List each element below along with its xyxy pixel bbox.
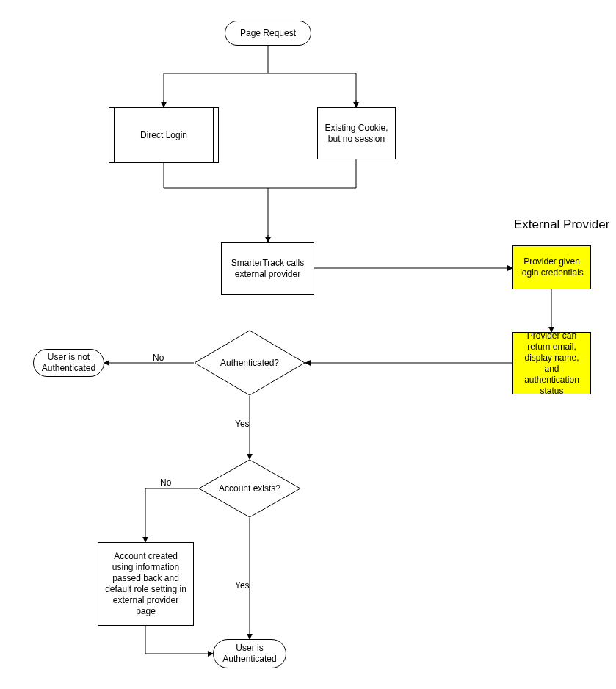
node-label: User is not Authenticated xyxy=(40,352,98,374)
node-label: Direct Login xyxy=(130,130,198,141)
node-user-is-authenticated: User is Authenticated xyxy=(213,639,286,668)
node-account-exists-decision: Account exists? xyxy=(198,459,301,518)
node-existing-cookie: Existing Cookie, but no session xyxy=(317,107,396,159)
node-label: Provider given login credentials xyxy=(519,256,584,278)
node-label: Account exists? xyxy=(213,483,286,494)
node-account-created: Account created using information passed… xyxy=(98,542,194,626)
node-label: Authenticated? xyxy=(214,358,285,369)
node-smartertrack-calls: SmarterTrack calls external provider xyxy=(221,242,314,295)
node-label: User is Authenticated xyxy=(220,643,280,665)
node-label: Page Request xyxy=(240,28,296,39)
node-direct-login: Direct Login xyxy=(109,107,219,163)
node-provider-return: Provider can return email, display name,… xyxy=(512,332,591,394)
edge-label-yes-account: Yes xyxy=(235,580,250,591)
node-label: SmarterTrack calls external provider xyxy=(228,258,308,280)
node-label: Existing Cookie, but no session xyxy=(324,123,389,145)
node-provider-credentials: Provider given login credentials xyxy=(512,245,591,289)
node-page-request: Page Request xyxy=(225,21,311,46)
edge-label-no-auth: No xyxy=(153,353,164,363)
edge-label-no-account: No xyxy=(160,477,171,488)
external-provider-heading: External Provider xyxy=(514,217,609,232)
node-authenticated-decision: Authenticated? xyxy=(194,330,305,396)
node-label: Account created using information passed… xyxy=(104,551,187,617)
edge-label-yes-auth: Yes xyxy=(235,419,250,429)
node-label: Provider can return email, display name,… xyxy=(519,331,584,397)
node-user-not-authenticated: User is not Authenticated xyxy=(33,349,104,377)
flowchart-canvas: External Provider Page Request Direct Lo… xyxy=(0,0,616,689)
